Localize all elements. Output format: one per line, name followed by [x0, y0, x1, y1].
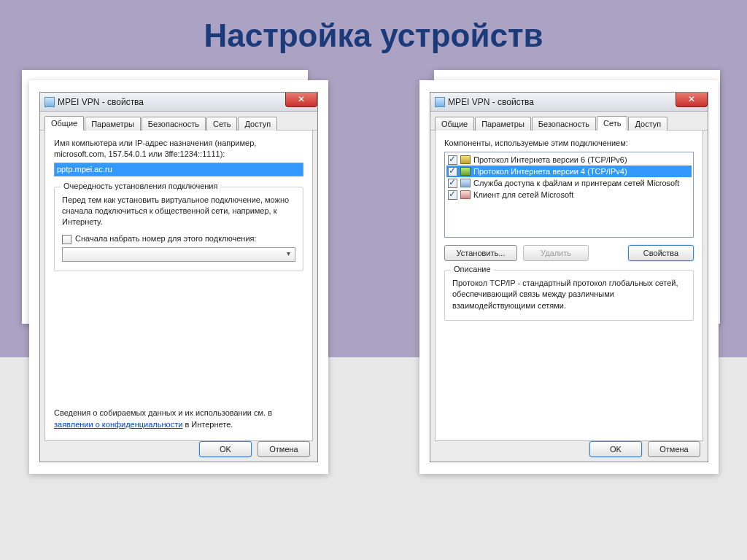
description-group: Описание Протокол TCP/IP - стандартный п… — [444, 270, 694, 321]
list-item[interactable]: Клиент для сетей Microsoft — [446, 189, 692, 201]
ok-button[interactable]: OK — [199, 441, 252, 457]
page-title: Настройка устройств — [0, 18, 747, 54]
tab-panel-network: Компоненты, используемые этим подключени… — [435, 131, 703, 441]
description-legend: Описание — [451, 265, 494, 273]
screenshot-frame-left: MPEI VPN - свойства ✕ Общие Параметры Бе… — [29, 80, 328, 474]
component-button-bar: Установить... Удалить Свойства — [444, 245, 694, 261]
close-button[interactable]: ✕ — [676, 93, 708, 107]
tab-panel-general: Имя компьютера или IP-адрес назначения (… — [44, 131, 313, 441]
client-icon — [460, 190, 471, 199]
tab-security[interactable]: Безопасность — [142, 117, 206, 131]
app-icon — [435, 97, 445, 107]
tab-options[interactable]: Параметры — [85, 117, 141, 131]
privacy-link[interactable]: заявлении о конфиденциальности — [54, 420, 182, 429]
component-checkbox[interactable] — [448, 190, 457, 200]
screenshot-frame-right: MPEI VPN - свойства ✕ Общие Параметры Бе… — [419, 80, 719, 474]
dialog-title: MPEI VPN - свойства — [448, 97, 534, 107]
tabstrip: Общие Параметры Безопасность Сеть Доступ — [40, 112, 317, 131]
components-label: Компоненты, используемые этим подключени… — [444, 138, 694, 149]
tab-network[interactable]: Сеть — [206, 117, 237, 131]
dialog-title: MPEI VPN - свойства — [58, 97, 144, 107]
tab-general[interactable]: Общие — [435, 117, 474, 131]
vpn-properties-dialog: MPEI VPN - свойства ✕ Общие Параметры Бе… — [39, 92, 318, 462]
tab-security[interactable]: Безопасность — [532, 117, 596, 131]
vpn-properties-dialog: MPEI VPN - свойства ✕ Общие Параметры Бе… — [430, 92, 708, 462]
tab-network[interactable]: Сеть — [597, 116, 627, 131]
component-label: Служба доступа к файлам и принтерам сете… — [473, 179, 679, 187]
tabstrip: Общие Параметры Безопасность Сеть Доступ — [430, 112, 708, 131]
app-icon — [44, 97, 55, 107]
properties-button[interactable]: Свойства — [628, 245, 694, 261]
dial-first-checkbox[interactable] — [62, 235, 71, 244]
dial-order-text: Перед тем как установить виртуальное под… — [62, 195, 295, 228]
ok-button[interactable]: OK — [589, 441, 642, 457]
dial-first-row[interactable]: Сначала набрать номер для этого подключе… — [62, 234, 295, 244]
component-checkbox[interactable] — [448, 155, 457, 165]
dial-order-legend: Очередность установления подключения — [61, 182, 220, 190]
component-label: Протокол Интернета версии 4 (TCP/IPv4) — [473, 167, 627, 176]
titlebar[interactable]: MPEI VPN - свойства ✕ — [430, 93, 708, 112]
protocol-icon — [460, 167, 471, 176]
list-item[interactable]: Протокол Интернета версии 4 (TCP/IPv4) — [446, 166, 692, 177]
list-item[interactable]: Служба доступа к файлам и принтерам сете… — [446, 177, 692, 189]
cancel-button[interactable]: Отмена — [258, 441, 310, 457]
dialog-button-row: OK Отмена — [589, 441, 700, 457]
list-item[interactable]: Протокол Интернета версии 6 (TCP/IPv6) — [446, 154, 692, 166]
cancel-button[interactable]: Отмена — [648, 441, 700, 457]
dialog-button-row: OK Отмена — [199, 441, 310, 457]
tab-sharing[interactable]: Доступ — [238, 117, 277, 131]
dial-order-group: Очередность установления подключения Пер… — [54, 187, 303, 271]
titlebar[interactable]: MPEI VPN - свойства ✕ — [40, 93, 317, 112]
protocol-icon — [460, 155, 471, 164]
tab-options[interactable]: Параметры — [475, 117, 531, 131]
install-button[interactable]: Установить... — [444, 245, 517, 261]
description-text: Протокол TCP/IP - стандартный протокол г… — [452, 278, 686, 311]
destination-input[interactable] — [54, 163, 303, 176]
dial-first-label: Сначала набрать номер для этого подключе… — [75, 234, 257, 243]
dial-first-combo[interactable] — [62, 247, 295, 262]
tab-sharing[interactable]: Доступ — [628, 117, 667, 131]
component-label: Клиент для сетей Microsoft — [473, 190, 573, 199]
service-icon — [460, 179, 471, 187]
component-checkbox[interactable] — [448, 179, 457, 188]
privacy-notice: Сведения о собираемых данных и их исполь… — [54, 408, 303, 430]
close-button[interactable]: ✕ — [285, 93, 317, 107]
component-label: Протокол Интернета версии 6 (TCP/IPv6) — [473, 155, 627, 164]
component-checkbox[interactable] — [448, 167, 457, 176]
tab-general[interactable]: Общие — [44, 116, 84, 131]
destination-label: Имя компьютера или IP-адрес назначения (… — [54, 138, 303, 160]
remove-button: Удалить — [523, 245, 589, 261]
components-list[interactable]: Протокол Интернета версии 6 (TCP/IPv6) П… — [444, 152, 694, 238]
